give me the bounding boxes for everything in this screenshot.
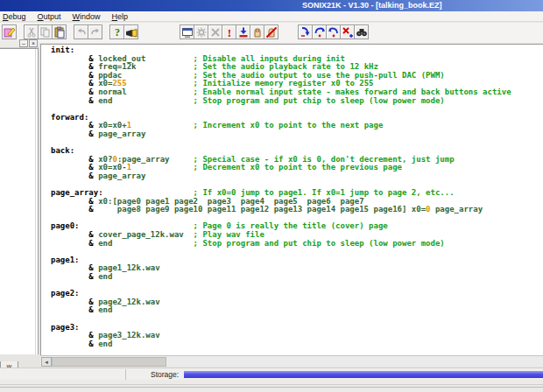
code-line bbox=[51, 105, 511, 114]
redo-icon bbox=[89, 26, 102, 38]
code-line: & end ; Stop program and put chip to sle… bbox=[51, 97, 511, 106]
toolbar: ? ! bbox=[0, 23, 543, 43]
frame-line bbox=[0, 384, 543, 385]
toolbar-separator bbox=[66, 24, 74, 39]
code-line bbox=[51, 248, 511, 256]
window-title: SONIX21K - V1.30 - [talking_book.EZ] bbox=[302, 1, 442, 10]
pause-button[interactable] bbox=[250, 24, 264, 39]
code-line: & end ; Stop program and put chip to sle… bbox=[51, 240, 511, 248]
hand-stop-icon bbox=[265, 26, 278, 38]
undo-icon bbox=[75, 26, 88, 38]
code-line: & end bbox=[51, 340, 511, 349]
storage-label: Storage: bbox=[151, 370, 179, 379]
toolbar-group-debug bbox=[298, 24, 368, 39]
download-button[interactable] bbox=[236, 24, 250, 39]
erase-icon bbox=[209, 26, 222, 38]
assemble-icon bbox=[4, 26, 16, 38]
assemble-button[interactable] bbox=[2, 24, 17, 39]
paste-button[interactable] bbox=[52, 24, 67, 39]
erase-button[interactable] bbox=[208, 24, 222, 39]
window-titlebar: SONIX21K - V1.30 - [talking_book.EZ] bbox=[0, 0, 543, 11]
paste-icon bbox=[53, 26, 66, 38]
code-line bbox=[51, 315, 511, 324]
status-panel-divider bbox=[125, 369, 126, 380]
scroll-left-icon: ◄ bbox=[44, 360, 49, 365]
close-icon: × bbox=[32, 40, 35, 46]
step-over-icon bbox=[314, 26, 326, 38]
copy-icon bbox=[39, 26, 52, 38]
emulator-icon bbox=[181, 26, 194, 38]
undo-button[interactable] bbox=[74, 24, 88, 39]
binoculars-icon bbox=[356, 26, 368, 38]
hand-icon bbox=[251, 26, 264, 38]
workspace-panel-titlebar: – × bbox=[0, 39, 39, 48]
minimize-icon: – bbox=[22, 40, 25, 46]
menu-output[interactable]: Output bbox=[38, 12, 61, 21]
code-line: & page1_12k.wav bbox=[51, 264, 511, 273]
window-bottom-frame bbox=[0, 380, 543, 392]
code-editor[interactable]: init: & locked_out ; Disable all inputs … bbox=[40, 44, 543, 355]
scroll-left-button[interactable]: ◄ bbox=[41, 357, 52, 367]
menu-help[interactable]: Help bbox=[112, 12, 129, 21]
find-button[interactable] bbox=[354, 24, 369, 39]
help-button[interactable]: ? bbox=[109, 24, 124, 39]
step-over-button[interactable] bbox=[312, 24, 327, 39]
frame-line bbox=[0, 387, 543, 388]
panel-minimize-button[interactable]: – bbox=[19, 39, 28, 47]
step-into-button[interactable] bbox=[298, 24, 313, 39]
stop-button[interactable] bbox=[264, 24, 279, 39]
redo-button[interactable] bbox=[88, 24, 102, 39]
verify-button[interactable]: ! bbox=[222, 24, 236, 39]
toolbar-group-build: ! bbox=[180, 24, 278, 39]
stop-debug-icon bbox=[342, 26, 354, 38]
svg-text:!: ! bbox=[227, 26, 230, 38]
step-into-icon bbox=[300, 26, 312, 38]
settings-button[interactable] bbox=[194, 24, 208, 39]
code-line: & end bbox=[51, 273, 511, 282]
panel-close-button[interactable]: × bbox=[29, 39, 38, 47]
exclamation-icon: ! bbox=[223, 26, 236, 38]
code-line: & page_array bbox=[51, 130, 511, 139]
code-line bbox=[51, 139, 511, 148]
horizontal-scrollbar[interactable]: ◄ bbox=[40, 355, 543, 367]
code-text: init: & locked_out ; Disable all inputs … bbox=[51, 46, 511, 348]
step-out-button[interactable] bbox=[326, 24, 341, 39]
svg-text:?: ? bbox=[115, 26, 120, 38]
scrollbar-thumb[interactable] bbox=[52, 357, 166, 367]
code-line: & page8 page9 page10 page11 page12 page1… bbox=[51, 206, 511, 214]
cut-button[interactable] bbox=[24, 24, 39, 39]
step-out-icon bbox=[328, 26, 340, 38]
cut-icon bbox=[25, 26, 38, 38]
storage-progress-bar bbox=[184, 371, 543, 378]
menu-bar: DebugOutputWindowHelp bbox=[0, 11, 543, 22]
code-line: & end bbox=[51, 306, 511, 315]
workspace-panel[interactable] bbox=[0, 48, 39, 354]
find-in-files-icon bbox=[125, 26, 138, 38]
emulator-button[interactable] bbox=[180, 24, 194, 39]
menu-window[interactable]: Window bbox=[73, 12, 101, 21]
toolbar-separator bbox=[102, 24, 109, 39]
toolbar-separator bbox=[16, 24, 24, 39]
gear-icon bbox=[195, 26, 208, 38]
status-bar: Storage: bbox=[0, 368, 543, 380]
download-icon bbox=[237, 26, 250, 38]
stop-debug-button[interactable] bbox=[340, 24, 355, 39]
code-line: & page2_12k.wav bbox=[51, 298, 511, 307]
copy-button[interactable] bbox=[38, 24, 53, 39]
code-line: & page3_12k.wav bbox=[51, 332, 511, 340]
help-icon: ? bbox=[111, 26, 123, 38]
code-line: & page_array bbox=[51, 172, 511, 181]
menu-debug[interactable]: Debug bbox=[3, 12, 26, 21]
code-line bbox=[51, 282, 511, 290]
workspace-panel-list bbox=[0, 49, 36, 354]
toolbar-group-edit: ? bbox=[2, 24, 138, 39]
find-in-files-button[interactable] bbox=[123, 24, 138, 39]
